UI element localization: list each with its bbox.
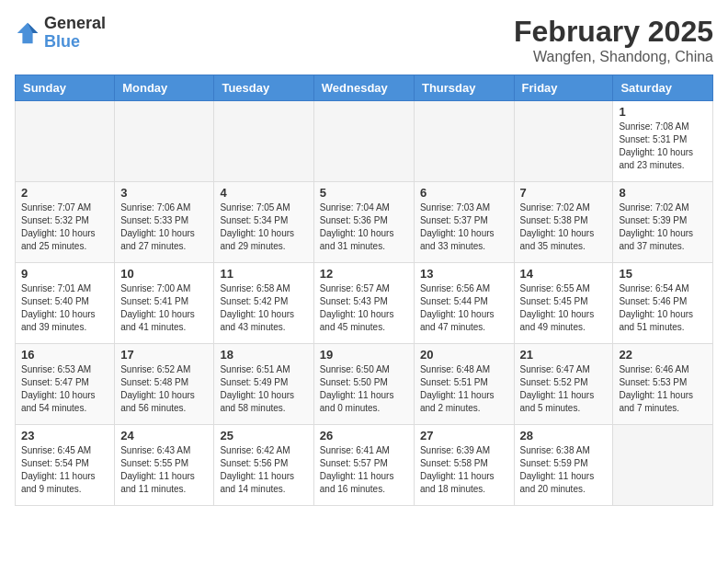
day-info: Sunrise: 6:58 AM Sunset: 5:42 PM Dayligh…	[220, 282, 307, 334]
calendar-cell: 3Sunrise: 7:06 AM Sunset: 5:33 PM Daylig…	[115, 182, 214, 263]
calendar-cell: 5Sunrise: 7:04 AM Sunset: 5:36 PM Daylig…	[313, 182, 414, 263]
day-number: 25	[220, 429, 307, 442]
day-info: Sunrise: 7:06 AM Sunset: 5:33 PM Dayligh…	[120, 201, 208, 253]
calendar-cell: 9Sunrise: 7:01 AM Sunset: 5:40 PM Daylig…	[16, 263, 115, 344]
day-info: Sunrise: 6:38 AM Sunset: 5:59 PM Dayligh…	[520, 444, 608, 496]
calendar-cell: 26Sunrise: 6:41 AM Sunset: 5:57 PM Dayli…	[313, 425, 414, 506]
calendar-cell: 6Sunrise: 7:03 AM Sunset: 5:37 PM Daylig…	[414, 182, 514, 263]
calendar-cell	[613, 425, 713, 506]
day-info: Sunrise: 7:05 AM Sunset: 5:34 PM Dayligh…	[220, 201, 307, 253]
calendar-week-row: 2Sunrise: 7:07 AM Sunset: 5:32 PM Daylig…	[16, 182, 713, 263]
day-info: Sunrise: 7:00 AM Sunset: 5:41 PM Dayligh…	[120, 282, 208, 334]
logo-text: General Blue	[44, 15, 106, 52]
calendar-cell: 17Sunrise: 6:52 AM Sunset: 5:48 PM Dayli…	[115, 344, 214, 425]
day-info: Sunrise: 6:53 AM Sunset: 5:47 PM Dayligh…	[21, 363, 108, 415]
day-number: 12	[320, 267, 408, 281]
weekday-header: Sunday	[16, 75, 115, 101]
day-number: 21	[520, 348, 608, 362]
calendar-cell: 1Sunrise: 7:08 AM Sunset: 5:31 PM Daylig…	[613, 101, 713, 182]
day-number: 6	[420, 186, 508, 200]
day-number: 10	[120, 267, 208, 281]
day-number: 27	[420, 429, 508, 442]
day-info: Sunrise: 6:48 AM Sunset: 5:51 PM Dayligh…	[420, 363, 508, 415]
day-info: Sunrise: 6:39 AM Sunset: 5:58 PM Dayligh…	[420, 444, 508, 496]
calendar-cell: 12Sunrise: 6:57 AM Sunset: 5:43 PM Dayli…	[313, 263, 414, 344]
weekday-header: Wednesday	[313, 75, 414, 101]
calendar-cell: 16Sunrise: 6:53 AM Sunset: 5:47 PM Dayli…	[16, 344, 115, 425]
calendar-cell: 13Sunrise: 6:56 AM Sunset: 5:44 PM Dayli…	[414, 263, 514, 344]
day-info: Sunrise: 6:42 AM Sunset: 5:56 PM Dayligh…	[220, 444, 307, 496]
location-title: Wangfen, Shandong, China	[514, 49, 713, 65]
day-number: 22	[619, 348, 707, 362]
day-info: Sunrise: 6:52 AM Sunset: 5:48 PM Dayligh…	[120, 363, 208, 415]
day-info: Sunrise: 7:08 AM Sunset: 5:31 PM Dayligh…	[619, 121, 707, 172]
calendar-cell: 27Sunrise: 6:39 AM Sunset: 5:58 PM Dayli…	[414, 425, 514, 506]
month-title: February 2025	[514, 15, 713, 49]
day-number: 5	[320, 186, 408, 200]
calendar-week-row: 16Sunrise: 6:53 AM Sunset: 5:47 PM Dayli…	[16, 344, 713, 425]
weekday-header-row: SundayMondayTuesdayWednesdayThursdayFrid…	[16, 75, 713, 101]
calendar-cell: 7Sunrise: 7:02 AM Sunset: 5:38 PM Daylig…	[514, 182, 613, 263]
day-number: 18	[220, 348, 307, 362]
calendar-cell: 20Sunrise: 6:48 AM Sunset: 5:51 PM Dayli…	[414, 344, 514, 425]
calendar-cell: 21Sunrise: 6:47 AM Sunset: 5:52 PM Dayli…	[514, 344, 613, 425]
calendar-cell: 8Sunrise: 7:02 AM Sunset: 5:39 PM Daylig…	[613, 182, 713, 263]
logo: General Blue	[15, 15, 106, 52]
day-number: 9	[21, 267, 108, 281]
calendar-cell: 4Sunrise: 7:05 AM Sunset: 5:34 PM Daylig…	[214, 182, 313, 263]
calendar-cell: 25Sunrise: 6:42 AM Sunset: 5:56 PM Dayli…	[214, 425, 313, 506]
calendar-week-row: 23Sunrise: 6:45 AM Sunset: 5:54 PM Dayli…	[16, 425, 713, 506]
day-number: 13	[420, 267, 508, 281]
calendar-cell: 11Sunrise: 6:58 AM Sunset: 5:42 PM Dayli…	[214, 263, 313, 344]
day-info: Sunrise: 6:50 AM Sunset: 5:50 PM Dayligh…	[320, 363, 408, 415]
day-info: Sunrise: 6:55 AM Sunset: 5:45 PM Dayligh…	[520, 282, 608, 334]
day-info: Sunrise: 6:56 AM Sunset: 5:44 PM Dayligh…	[420, 282, 508, 334]
calendar-cell: 24Sunrise: 6:43 AM Sunset: 5:55 PM Dayli…	[115, 425, 214, 506]
day-info: Sunrise: 6:45 AM Sunset: 5:54 PM Dayligh…	[21, 444, 108, 496]
day-number: 20	[420, 348, 508, 362]
logo-icon	[15, 20, 40, 46]
day-number: 2	[21, 186, 108, 200]
day-number: 14	[520, 267, 608, 281]
day-info: Sunrise: 6:43 AM Sunset: 5:55 PM Dayligh…	[120, 444, 208, 496]
day-number: 24	[120, 429, 208, 442]
day-info: Sunrise: 6:54 AM Sunset: 5:46 PM Dayligh…	[619, 282, 707, 334]
day-info: Sunrise: 7:02 AM Sunset: 5:39 PM Dayligh…	[619, 201, 707, 253]
day-number: 7	[520, 186, 608, 200]
title-section: February 2025 Wangfen, Shandong, China	[514, 15, 713, 65]
calendar-cell	[514, 101, 613, 182]
calendar-cell	[115, 101, 214, 182]
calendar-cell	[414, 101, 514, 182]
calendar-cell: 18Sunrise: 6:51 AM Sunset: 5:49 PM Dayli…	[214, 344, 313, 425]
day-info: Sunrise: 7:01 AM Sunset: 5:40 PM Dayligh…	[21, 282, 108, 334]
calendar-cell	[214, 101, 313, 182]
day-info: Sunrise: 6:41 AM Sunset: 5:57 PM Dayligh…	[320, 444, 408, 496]
day-info: Sunrise: 7:02 AM Sunset: 5:38 PM Dayligh…	[520, 201, 608, 253]
calendar-cell	[313, 101, 414, 182]
day-number: 28	[520, 429, 608, 442]
day-info: Sunrise: 7:07 AM Sunset: 5:32 PM Dayligh…	[21, 201, 108, 253]
day-number: 15	[619, 267, 707, 281]
day-number: 17	[120, 348, 208, 362]
day-info: Sunrise: 7:03 AM Sunset: 5:37 PM Dayligh…	[420, 201, 508, 253]
day-number: 11	[220, 267, 307, 281]
weekday-header: Thursday	[414, 75, 514, 101]
day-number: 26	[320, 429, 408, 442]
calendar-cell: 19Sunrise: 6:50 AM Sunset: 5:50 PM Dayli…	[313, 344, 414, 425]
calendar-cell: 15Sunrise: 6:54 AM Sunset: 5:46 PM Dayli…	[613, 263, 713, 344]
calendar-cell: 22Sunrise: 6:46 AM Sunset: 5:53 PM Dayli…	[613, 344, 713, 425]
calendar: SundayMondayTuesdayWednesdayThursdayFrid…	[15, 75, 713, 506]
day-number: 19	[320, 348, 408, 362]
calendar-cell: 28Sunrise: 6:38 AM Sunset: 5:59 PM Dayli…	[514, 425, 613, 506]
weekday-header: Saturday	[613, 75, 713, 101]
day-number: 1	[619, 105, 707, 119]
header: General Blue February 2025 Wangfen, Shan…	[15, 15, 713, 65]
day-info: Sunrise: 6:57 AM Sunset: 5:43 PM Dayligh…	[320, 282, 408, 334]
day-number: 23	[21, 429, 108, 442]
day-info: Sunrise: 6:51 AM Sunset: 5:49 PM Dayligh…	[220, 363, 307, 415]
calendar-cell: 10Sunrise: 7:00 AM Sunset: 5:41 PM Dayli…	[115, 263, 214, 344]
logo-general-text: General	[44, 14, 106, 32]
day-number: 4	[220, 186, 307, 200]
calendar-cell: 14Sunrise: 6:55 AM Sunset: 5:45 PM Dayli…	[514, 263, 613, 344]
calendar-week-row: 1Sunrise: 7:08 AM Sunset: 5:31 PM Daylig…	[16, 101, 713, 182]
